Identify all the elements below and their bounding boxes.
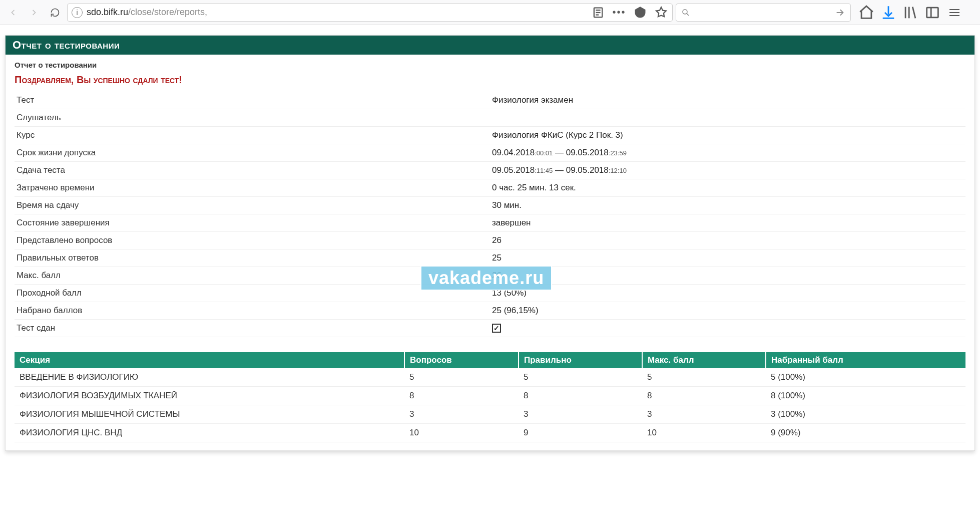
svg-line-8 <box>912 7 915 18</box>
section-cell: 9 <box>519 424 642 442</box>
summary-row: Состояние завершениязавершен <box>15 214 965 232</box>
section-row: ВВЕДЕНИЕ В ФИЗИОЛОГИЮ5555 (100%) <box>15 368 965 387</box>
svg-line-5 <box>687 13 689 15</box>
section-cell: 9 (90%) <box>766 424 965 442</box>
summary-key: Слушатель <box>15 109 490 127</box>
summary-row: Проходной балл13 (50%) <box>15 285 965 302</box>
summary-key: Правильных ответов <box>15 249 490 267</box>
hamburger-menu-icon[interactable] <box>946 4 963 21</box>
summary-value: завершен <box>490 214 965 232</box>
summary-row: Представлено вопросов26 <box>15 232 965 249</box>
summary-value: 30 мин. <box>490 197 965 214</box>
summary-row: Время на сдачу30 мин. <box>15 197 965 214</box>
summary-value: ✓ <box>490 320 965 337</box>
svg-point-4 <box>683 10 687 14</box>
section-cell: ВВЕДЕНИЕ В ФИЗИОЛОГИЮ <box>15 368 404 387</box>
library-icon[interactable] <box>902 4 919 21</box>
summary-row: Срок жизни допуска09.04.2018:00:01 — 09.… <box>15 144 965 162</box>
summary-table: ТестФизиология экзаменСлушательКурсФизио… <box>15 92 965 337</box>
section-row: ФИЗИОЛОГИЯ ВОЗБУДИМЫХ ТКАНЕЙ8888 (100%) <box>15 387 965 405</box>
section-header: Набранный балл <box>766 352 965 368</box>
reader-mode-icon[interactable] <box>591 6 605 20</box>
sections-table: СекцияВопросовПравильноМакс. баллНабранн… <box>15 352 965 442</box>
summary-key: Проходной балл <box>15 285 490 302</box>
summary-key: Срок жизни допуска <box>15 144 490 162</box>
section-cell: 5 <box>642 368 766 387</box>
section-cell: 5 <box>519 368 642 387</box>
search-icon <box>681 8 690 17</box>
summary-row: Затрачено времени0 час. 25 мин. 13 сек. <box>15 179 965 197</box>
search-go-icon[interactable] <box>834 7 845 18</box>
section-cell: 3 <box>404 405 519 424</box>
summary-row: Макс. балл26 <box>15 267 965 285</box>
section-row: ФИЗИОЛОГИЯ МЫШЕЧНОЙ СИСТЕМЫ3333 (100%) <box>15 405 965 424</box>
section-header: Макс. балл <box>642 352 766 368</box>
more-icon[interactable]: ••• <box>612 6 626 20</box>
section-header: Вопросов <box>404 352 519 368</box>
summary-key: Тест <box>15 92 490 109</box>
section-header: Секция <box>15 352 404 368</box>
browser-toolbar: i sdo.bifk.ru/close/store/reports, ••• <box>0 0 980 25</box>
reload-button[interactable] <box>46 4 64 22</box>
summary-row: КурсФизиология ФКиС (Курс 2 Пок. 3) <box>15 127 965 144</box>
url-text: sdo.bifk.ru/close/store/reports, <box>87 7 587 18</box>
section-cell: 8 <box>642 387 766 405</box>
section-cell: 3 (100%) <box>766 405 965 424</box>
summary-value: 26 <box>490 232 965 249</box>
summary-key: Затрачено времени <box>15 179 490 197</box>
summary-key: Курс <box>15 127 490 144</box>
section-cell: 8 <box>404 387 519 405</box>
site-info-icon[interactable]: i <box>72 7 83 18</box>
search-input[interactable] <box>694 8 830 17</box>
summary-value: 26 <box>490 267 965 285</box>
sidebar-icon[interactable] <box>924 4 941 21</box>
bookmark-star-icon[interactable] <box>654 6 668 20</box>
summary-row: Тест сдан✓ <box>15 320 965 337</box>
congrats-message: Поздравляем, Вы успешно сдали тест! <box>15 74 965 92</box>
summary-key: Сдача теста <box>15 162 490 179</box>
back-button[interactable] <box>4 4 22 22</box>
summary-key: Состояние завершения <box>15 214 490 232</box>
report-card: Отчет о тестировании Отчет о тестировани… <box>5 35 975 451</box>
checkmark-icon: ✓ <box>492 324 501 333</box>
section-row: ФИЗИОЛОГИЯ ЦНС. ВНД109109 (90%) <box>15 424 965 442</box>
url-bar[interactable]: i sdo.bifk.ru/close/store/reports, ••• <box>67 4 673 22</box>
summary-row: Набрано баллов25 (96,15%) <box>15 302 965 320</box>
summary-row: Сдача теста09.05.2018:11:45 — 09.05.2018… <box>15 162 965 179</box>
search-bar[interactable] <box>676 4 851 22</box>
summary-value: Физиология экзамен <box>490 92 965 109</box>
section-cell: ФИЗИОЛОГИЯ МЫШЕЧНОЙ СИСТЕМЫ <box>15 405 404 424</box>
summary-row: Слушатель <box>15 109 965 127</box>
summary-key: Макс. балл <box>15 267 490 285</box>
section-cell: 8 <box>519 387 642 405</box>
summary-key: Время на сдачу <box>15 197 490 214</box>
summary-key: Тест сдан <box>15 320 490 337</box>
summary-value: Физиология ФКиС (Курс 2 Пок. 3) <box>490 127 965 144</box>
section-cell: 3 <box>642 405 766 424</box>
svg-rect-9 <box>927 8 938 18</box>
card-header: Отчет о тестировании <box>6 36 974 55</box>
forward-button[interactable] <box>25 4 43 22</box>
section-cell: ФИЗИОЛОГИЯ ЦНС. ВНД <box>15 424 404 442</box>
summary-row: Правильных ответов25 <box>15 249 965 267</box>
summary-value: 09.04.2018:00:01 — 09.05.2018:23:59 <box>490 144 965 162</box>
section-cell: 3 <box>519 405 642 424</box>
section-cell: 5 (100%) <box>766 368 965 387</box>
section-cell: 8 (100%) <box>766 387 965 405</box>
section-cell: ФИЗИОЛОГИЯ ВОЗБУДИМЫХ ТКАНЕЙ <box>15 387 404 405</box>
summary-value: 09.05.2018:11:45 — 09.05.2018:12:10 <box>490 162 965 179</box>
summary-value: 0 час. 25 мин. 13 сек. <box>490 179 965 197</box>
summary-value <box>490 109 965 127</box>
section-cell: 5 <box>404 368 519 387</box>
summary-key: Набрано баллов <box>15 302 490 320</box>
summary-value: 25 (96,15%) <box>490 302 965 320</box>
section-cell: 10 <box>404 424 519 442</box>
summary-value: 13 (50%) <box>490 285 965 302</box>
breadcrumb: Отчет о тестировании <box>15 59 965 74</box>
section-header: Правильно <box>519 352 642 368</box>
summary-key: Представлено вопросов <box>15 232 490 249</box>
pocket-icon[interactable] <box>633 6 647 20</box>
downloads-icon[interactable] <box>880 4 897 21</box>
home-icon[interactable] <box>858 4 875 21</box>
summary-value: 25 <box>490 249 965 267</box>
